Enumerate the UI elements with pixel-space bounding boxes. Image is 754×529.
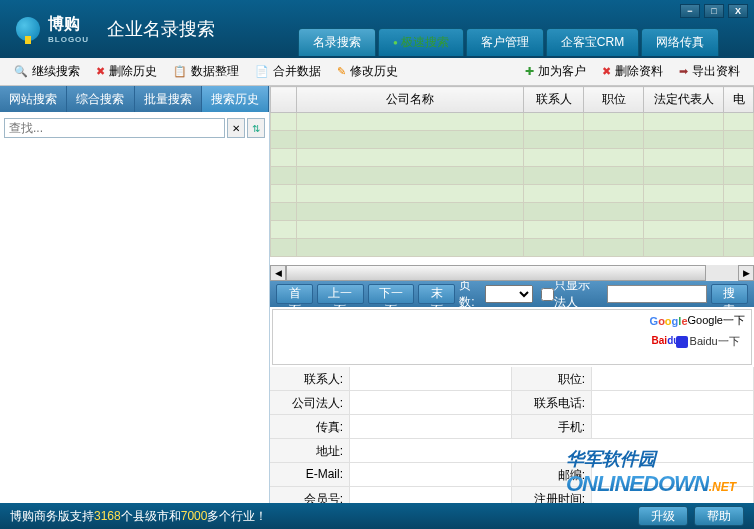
- val-member: [350, 487, 512, 503]
- maximize-button[interactable]: □: [704, 4, 724, 18]
- tab-customer-mgmt[interactable]: 客户管理: [466, 28, 544, 56]
- table-row[interactable]: [271, 131, 754, 149]
- table-row[interactable]: [271, 221, 754, 239]
- val-mobile: [592, 415, 754, 438]
- delete-history-button[interactable]: ✖删除历史: [88, 59, 165, 85]
- side-tab-website[interactable]: 网站搜索: [0, 86, 67, 112]
- tab-fast-search[interactable]: 极速搜索: [378, 28, 464, 56]
- last-page-button[interactable]: 末页: [418, 284, 455, 304]
- label-email: E-Mail:: [270, 463, 350, 486]
- col-index[interactable]: [271, 87, 297, 113]
- external-search-box: Google Google一下 Baidu Baidu一下: [272, 309, 752, 365]
- status-bar: 博购商务版支持3168个县级市和7000多个行业！ 升级 帮助: [0, 503, 754, 529]
- result-table-wrap: 公司名称 联系人 职位 法定代表人 电: [270, 86, 754, 281]
- val-address: [350, 439, 754, 462]
- label-position: 职位:: [512, 367, 592, 390]
- tree-search-input[interactable]: [4, 118, 225, 138]
- continue-search-button[interactable]: 🔍继续搜索: [6, 59, 88, 85]
- tab-crm[interactable]: 企客宝CRM: [546, 28, 639, 56]
- add-customer-button[interactable]: ✚加为客户: [517, 59, 594, 85]
- main-area: 公司名称 联系人 职位 法定代表人 电: [270, 86, 754, 503]
- help-button[interactable]: 帮助: [694, 506, 744, 526]
- result-table: 公司名称 联系人 职位 法定代表人 电: [270, 86, 754, 257]
- clear-search-button[interactable]: ✕: [227, 118, 245, 138]
- col-legal[interactable]: 法定代表人: [644, 87, 724, 113]
- prev-page-button[interactable]: 上一页: [317, 284, 364, 304]
- data-organize-button[interactable]: 📋数据整理: [165, 59, 247, 85]
- scroll-left-button[interactable]: ◀: [270, 265, 286, 281]
- label-legal: 公司法人:: [270, 391, 350, 414]
- table-row[interactable]: [271, 113, 754, 131]
- title-bar: 博购 BLOGOU 企业名录搜索 名录搜索 极速搜索 客户管理 企客宝CRM 网…: [0, 0, 754, 58]
- val-email: [350, 463, 512, 486]
- edit-history-button[interactable]: ✎修改历史: [329, 59, 406, 85]
- label-mobile: 手机:: [512, 415, 592, 438]
- brand-sub: BLOGOU: [48, 35, 89, 44]
- side-tab-batch[interactable]: 批量搜索: [135, 86, 202, 112]
- upgrade-button[interactable]: 升级: [638, 506, 688, 526]
- brand-name: 博购: [48, 15, 80, 32]
- app-logo: 博购 BLOGOU: [16, 14, 89, 44]
- merge-data-button[interactable]: 📄合并数据: [247, 59, 329, 85]
- baidu-link[interactable]: Baidu Baidu一下: [650, 334, 745, 349]
- label-zip: 邮编:: [512, 463, 592, 486]
- tab-directory-search[interactable]: 名录搜索: [298, 28, 376, 56]
- val-legal: [350, 391, 512, 414]
- app-window: 博购 BLOGOU 企业名录搜索 名录搜索 极速搜索 客户管理 企客宝CRM 网…: [0, 0, 754, 529]
- col-position[interactable]: 职位: [584, 87, 644, 113]
- label-fax: 传真:: [270, 415, 350, 438]
- export-button[interactable]: ➡导出资料: [671, 59, 748, 85]
- toolbar: 🔍继续搜索 ✖删除历史 📋数据整理 📄合并数据 ✎修改历史 ✚加为客户 ✖删除资…: [0, 58, 754, 86]
- app-title: 企业名录搜索: [107, 17, 215, 41]
- val-contact: [350, 367, 512, 390]
- label-address: 地址:: [270, 439, 350, 462]
- val-position: [592, 367, 754, 390]
- next-page-button[interactable]: 下一页: [368, 284, 415, 304]
- only-legal-checkbox[interactable]: 只显示法人: [541, 277, 599, 311]
- main-tabs: 名录搜索 极速搜索 客户管理 企客宝CRM 网络传真: [298, 28, 719, 56]
- label-member: 会员号:: [270, 487, 350, 503]
- google-link[interactable]: Google Google一下: [650, 313, 745, 328]
- pager-bar: 首页 上一页 下一页 末页 页数: 只显示法人 搜索: [270, 281, 754, 307]
- label-regtime: 注册时间:: [512, 487, 592, 503]
- val-fax: [350, 415, 512, 438]
- sidebar: 网站搜索 综合搜索 批量搜索 搜索历史 ✕ ⇅: [0, 86, 270, 503]
- table-row[interactable]: [271, 203, 754, 221]
- page-label: 页数:: [459, 277, 481, 311]
- col-phone[interactable]: 电: [724, 87, 754, 113]
- minimize-button[interactable]: −: [680, 4, 700, 18]
- side-tab-compound[interactable]: 综合搜索: [67, 86, 134, 112]
- detail-form: 联系人: 职位: 公司法人: 联系电话: 传真: 手机: 地址: E-Mail:…: [270, 367, 754, 503]
- filter-input[interactable]: [607, 285, 707, 303]
- col-contact[interactable]: 联系人: [524, 87, 584, 113]
- refresh-tree-button[interactable]: ⇅: [247, 118, 265, 138]
- col-company[interactable]: 公司名称: [297, 87, 524, 113]
- table-row[interactable]: [271, 185, 754, 203]
- label-phone: 联系电话:: [512, 391, 592, 414]
- scroll-right-button[interactable]: ▶: [738, 265, 754, 281]
- table-row[interactable]: [271, 149, 754, 167]
- page-select[interactable]: [485, 285, 533, 303]
- history-tree[interactable]: [0, 144, 269, 503]
- logo-icon: [16, 17, 40, 41]
- table-body: [271, 113, 754, 257]
- val-phone: [592, 391, 754, 414]
- table-row[interactable]: [271, 167, 754, 185]
- scroll-thumb[interactable]: [286, 265, 706, 281]
- side-tab-history[interactable]: 搜索历史: [202, 86, 269, 112]
- delete-record-button[interactable]: ✖删除资料: [594, 59, 671, 85]
- label-contact: 联系人:: [270, 367, 350, 390]
- status-text: 博购商务版支持3168个县级市和7000多个行业！: [10, 508, 267, 525]
- val-zip: [592, 463, 754, 486]
- tab-fax[interactable]: 网络传真: [641, 28, 719, 56]
- pager-search-button[interactable]: 搜索: [711, 284, 748, 304]
- close-button[interactable]: X: [728, 4, 748, 18]
- h-scrollbar[interactable]: ◀ ▶: [270, 265, 754, 281]
- first-page-button[interactable]: 首页: [276, 284, 313, 304]
- table-row[interactable]: [271, 239, 754, 257]
- val-regtime: [592, 487, 754, 503]
